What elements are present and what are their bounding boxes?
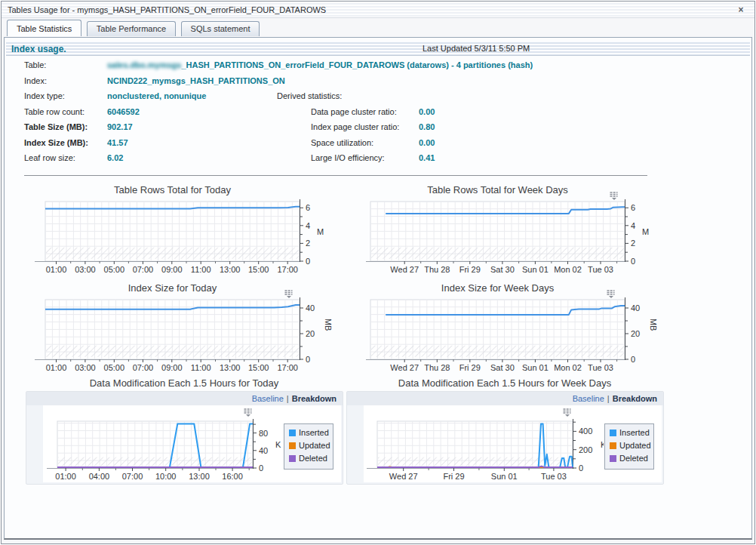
legend-swatch-deleted	[289, 455, 296, 462]
svg-text:80: 80	[259, 429, 268, 438]
chart-menu-icon[interactable]	[243, 408, 254, 417]
svg-text:4: 4	[631, 221, 635, 230]
chart-menu-icon[interactable]	[562, 408, 573, 417]
svg-text:03:00: 03:00	[75, 363, 96, 372]
svg-text:200: 200	[579, 445, 592, 454]
svg-text:2: 2	[631, 239, 635, 248]
detail-label: Leaf row size:	[24, 153, 75, 162]
baseline-breakdown-switch: Baseline|Breakdown	[347, 392, 663, 405]
svg-text:2: 2	[306, 239, 310, 248]
svg-text:Fri 29: Fri 29	[459, 363, 481, 372]
detail-row-table: Table: sales.dbo.mymsgs_HASH_PARTITIONS_…	[5, 60, 751, 75]
detail-value: 902.17	[107, 122, 133, 131]
detail-row-row-count: Table row count: 6046592 Data page clust…	[5, 107, 751, 122]
detail-label: Index:	[24, 76, 47, 85]
svg-text:Wed 27: Wed 27	[389, 472, 418, 481]
chart-index-size-today-canvas: 02040MB01:0003:0005:0007:0009:0011:0013:…	[17, 297, 355, 374]
chart-data-mod-today-canvas: 04080K01:0004:0007:0010:0013:0016:00	[26, 418, 283, 483]
chart-area: 04080K01:0004:0007:0010:0013:0016:00 Ins…	[26, 405, 343, 484]
svg-text:0: 0	[631, 257, 635, 266]
breakdown-link[interactable]: Breakdown	[292, 394, 337, 403]
legend-swatch-updated	[610, 442, 616, 449]
svg-text:Fri 29: Fri 29	[443, 472, 464, 481]
tables-usage-window: Tables Usage for - mymsgs_HASH_PARTITION…	[1, 1, 755, 544]
switch-divider: |	[287, 394, 289, 403]
legend-item-updated: Updated	[289, 441, 333, 454]
chart-menu-icon[interactable]	[284, 290, 294, 298]
svg-text:13:00: 13:00	[220, 363, 241, 372]
chart-data-mod-week-canvas: 0200400KWed 27Fri 29Sun 01Tue 03	[347, 418, 604, 483]
svg-text:0: 0	[579, 463, 583, 473]
svg-text:6: 6	[631, 203, 635, 212]
svg-text:M: M	[317, 227, 324, 236]
chart-index-size-today: Index Size for Today 02040MB01:0003:0005…	[17, 282, 355, 377]
chart-table-rows-today-canvas: 0246M01:0003:0005:0007:0009:0011:0013:00…	[17, 199, 355, 276]
svg-text:4: 4	[306, 221, 310, 230]
data-modification-week-panel: Baseline|Breakdown 0200400KWed 27Fri 29S…	[346, 391, 664, 485]
svg-text:13:00: 13:00	[220, 265, 241, 274]
svg-text:04:00: 04:00	[89, 472, 110, 481]
close-icon[interactable]: ×	[735, 4, 747, 16]
derived-label: Large I/O efficiency:	[311, 153, 385, 162]
svg-text:03:00: 03:00	[75, 265, 96, 274]
svg-text:13:00: 13:00	[189, 472, 210, 481]
detail-row-index-type: Index type: nonclustered, nonunique Deri…	[5, 91, 751, 106]
derived-label: Data page cluster ratio:	[311, 107, 397, 116]
detail-row-table-size: Table Size (MB): 902.17 Index page clust…	[5, 122, 751, 137]
svg-text:Thu 28: Thu 28	[424, 363, 450, 372]
baseline-link[interactable]: Baseline	[573, 394, 604, 403]
svg-text:20: 20	[306, 329, 315, 338]
svg-text:Fri 29: Fri 29	[459, 265, 481, 274]
svg-text:20: 20	[631, 329, 640, 338]
legend-item-inserted: Inserted	[289, 428, 333, 441]
svg-text:0: 0	[631, 355, 635, 364]
chart-menu-icon[interactable]	[606, 290, 616, 298]
chart-menu-icon[interactable]	[609, 192, 619, 200]
tab-table-performance[interactable]: Table Performance	[87, 21, 176, 36]
svg-text:Wed 27: Wed 27	[390, 363, 419, 372]
detail-row-index-size: Index Size (MB): 41.57 Space utilization…	[5, 138, 751, 153]
tab-sqls-statement[interactable]: SQLs statement	[181, 21, 260, 36]
baseline-link[interactable]: Baseline	[252, 394, 284, 403]
svg-text:11:00: 11:00	[191, 265, 211, 274]
svg-text:05:00: 05:00	[104, 265, 125, 274]
svg-text:M: M	[642, 227, 649, 236]
svg-text:17:00: 17:00	[277, 265, 298, 274]
svg-text:09:00: 09:00	[161, 265, 183, 274]
chart-title: Index Size for Week Days	[370, 282, 625, 297]
chart-title: Data Modification Each 1.5 Hours for Wee…	[346, 377, 663, 389]
detail-label: Table row count:	[24, 107, 85, 116]
svg-text:07:00: 07:00	[133, 363, 154, 372]
svg-text:Wed 27: Wed 27	[390, 265, 419, 274]
chart-table-rows-today: Table Rows Total for Today 0246M01:0003:…	[17, 184, 355, 279]
svg-text:01:00: 01:00	[46, 363, 67, 372]
tab-table-statistics[interactable]: Table Statistics	[7, 20, 81, 36]
data-modification-today-panel: Baseline|Breakdown 04080K01:0004:0007:00…	[26, 391, 343, 485]
legend-item-inserted: Inserted	[610, 428, 653, 441]
svg-text:17:00: 17:00	[277, 363, 298, 372]
svg-text:40: 40	[631, 303, 640, 313]
svg-text:07:00: 07:00	[133, 265, 154, 274]
legend-item-updated: Updated	[610, 441, 653, 454]
svg-text:0: 0	[306, 257, 310, 266]
svg-text:Tue 03: Tue 03	[588, 363, 613, 372]
legend-item-deleted: Deleted	[289, 454, 333, 466]
chart-legend: Inserted Updated Deleted	[284, 423, 333, 470]
legend-swatch-inserted	[610, 430, 616, 436]
chart-index-size-week-canvas: 02040MBWed 27Thu 28Fri 29Sat 30Sun 01Mon…	[366, 297, 704, 374]
legend-swatch-inserted	[289, 430, 296, 436]
svg-text:MB: MB	[324, 319, 333, 331]
breakdown-link[interactable]: Breakdown	[613, 394, 657, 403]
svg-text:40: 40	[306, 303, 315, 313]
redacted-table-prefix: sales.dbo.mymsgs	[107, 60, 181, 69]
svg-text:Tue 03: Tue 03	[541, 472, 567, 481]
svg-text:10:00: 10:00	[155, 472, 177, 481]
svg-text:K: K	[601, 440, 604, 449]
divider	[24, 175, 647, 176]
legend-swatch-deleted	[610, 455, 616, 462]
chart-title: Index Size for Today	[45, 282, 300, 297]
tab-strip: Table Statistics Table Performance SQLs …	[2, 18, 754, 37]
svg-text:40: 40	[259, 446, 268, 455]
derived-value: 0.80	[419, 122, 435, 131]
chart-title: Table Rows Total for Today	[45, 184, 300, 199]
